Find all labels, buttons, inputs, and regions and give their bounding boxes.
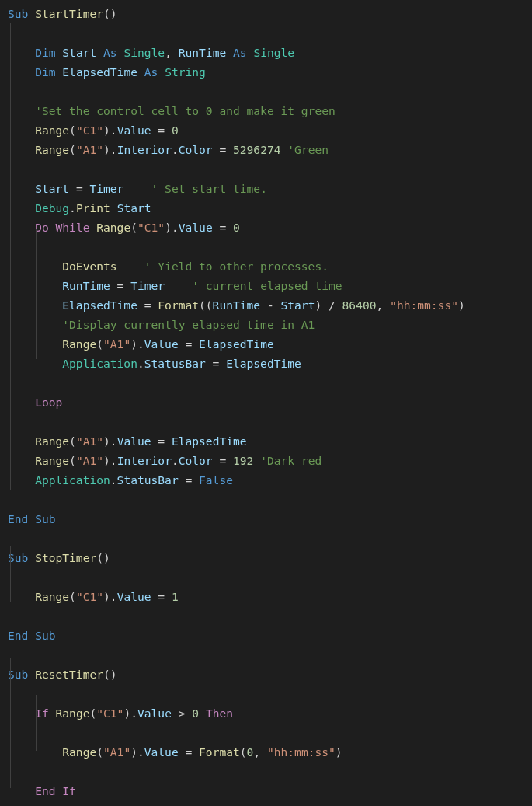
token: ,: [253, 745, 267, 759]
token: (: [69, 124, 76, 137]
token: Value: [117, 434, 151, 448]
token: False: [199, 473, 233, 487]
token: >: [172, 707, 192, 720]
token: [8, 182, 35, 195]
token: (): [103, 668, 117, 681]
token: [8, 201, 35, 215]
token: [56, 784, 63, 797]
token: (: [69, 143, 76, 156]
token: [49, 221, 56, 234]
token: StatusBar: [117, 473, 179, 487]
token: =: [137, 298, 158, 312]
code-line: Range("A1").Interior.Color = 192 'Dark r…: [8, 454, 322, 467]
token: RunTime: [213, 298, 261, 312]
token: "A1": [103, 337, 130, 351]
token: Sub: [8, 668, 28, 681]
token: Value: [179, 221, 213, 234]
token: StatusBar: [144, 357, 206, 370]
token: ).: [103, 434, 117, 448]
token: .: [137, 357, 144, 370]
token: .: [110, 473, 117, 487]
token: Range: [62, 337, 96, 351]
token: [8, 104, 35, 117]
token: 192: [233, 454, 253, 467]
code-line: Application.StatusBar = ElapsedTime: [8, 357, 301, 370]
token: Range: [35, 434, 69, 448]
token: [199, 707, 206, 720]
token: [123, 182, 151, 195]
token: Interior: [117, 143, 172, 156]
token: Range: [35, 454, 69, 467]
token: RunTime: [62, 279, 110, 292]
code-line: Application.StatusBar = False: [8, 473, 233, 487]
token: [8, 124, 35, 137]
token: Range: [35, 124, 69, 137]
token: [28, 668, 35, 681]
token: [8, 221, 35, 234]
token: =: [179, 337, 199, 351]
token: [8, 337, 62, 351]
token: ElapsedTime: [199, 337, 274, 351]
token: End: [8, 512, 28, 525]
token: [8, 396, 35, 409]
token: ' Set start time.: [151, 182, 267, 195]
indent-guides: [0, 0, 532, 806]
token: [8, 454, 35, 467]
token: Sub: [35, 629, 55, 642]
token: If: [35, 707, 49, 720]
token: "hh:mm:ss": [390, 298, 458, 312]
token: Range: [35, 590, 69, 603]
token: Debug: [35, 201, 69, 215]
code-line: RunTime = Timer ' current elapsed time: [8, 279, 342, 292]
token: Single: [253, 46, 294, 59]
token: 'Set the control cell to 0 and make it g…: [35, 104, 336, 117]
token: Range: [56, 707, 90, 720]
code-line: Sub StopTimer(): [8, 551, 110, 564]
token: Start: [117, 201, 151, 215]
token: -: [260, 298, 280, 312]
code-line: Range("A1").Value = ElapsedTime: [8, 434, 247, 448]
token: 'Dark red: [260, 454, 322, 467]
token: (): [96, 551, 110, 564]
code-line: Range("A1").Value = Format(0, "hh:mm:ss"…: [8, 745, 342, 759]
token: 5296274: [233, 143, 281, 156]
token: .: [69, 201, 76, 215]
token: ): [336, 745, 342, 759]
token: Dim: [35, 46, 55, 59]
token: Start: [35, 182, 69, 195]
code-line: 'Display currently elapsed time in A1: [8, 318, 315, 331]
token: ).: [103, 454, 117, 467]
token: ).: [123, 707, 137, 720]
token: [28, 629, 35, 642]
token: Dim: [35, 65, 55, 79]
token: ElapsedTime: [62, 65, 137, 79]
code-line: Debug.Print Start: [8, 201, 151, 215]
token: [8, 46, 35, 59]
token: StartTimer: [35, 7, 103, 20]
token: Value: [137, 707, 172, 720]
token: =: [179, 745, 199, 759]
token: (: [96, 337, 103, 351]
token: =: [151, 124, 172, 137]
token: (: [130, 221, 137, 234]
token: 0: [233, 221, 240, 234]
token: Value: [117, 124, 151, 137]
token: (: [89, 707, 96, 720]
token: [165, 279, 192, 292]
token: (: [96, 745, 103, 759]
token: [117, 260, 144, 273]
token: Print: [76, 201, 110, 215]
token: Timer: [89, 182, 123, 195]
token: As: [233, 46, 247, 59]
code-line: Dim ElapsedTime As String: [8, 65, 206, 79]
code-line: Range("C1").Value = 1: [8, 590, 179, 603]
token: =: [110, 279, 130, 292]
token: "A1": [76, 143, 103, 156]
token: .: [172, 143, 179, 156]
code-line: ElapsedTime = Format((RunTime - Start) /…: [8, 298, 465, 312]
token: [8, 318, 62, 331]
code-line: Sub StartTimer(): [8, 7, 117, 20]
token: [8, 143, 35, 156]
token: Then: [206, 707, 233, 720]
token: ElapsedTime: [62, 298, 137, 312]
